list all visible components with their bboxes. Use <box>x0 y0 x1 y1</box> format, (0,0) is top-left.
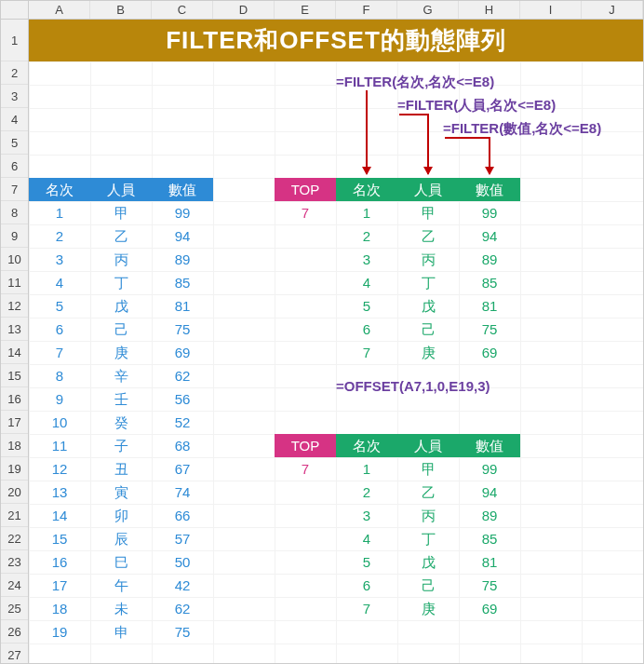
left-table-cell[interactable]: 57 <box>152 527 213 550</box>
offset-table-cell[interactable]: 戊 <box>397 550 459 574</box>
offset-table-header[interactable]: 名次 <box>336 434 397 457</box>
row-header[interactable]: 8 <box>1 201 28 224</box>
row-header[interactable]: 1 <box>1 20 28 61</box>
row-header[interactable]: 24 <box>1 574 28 597</box>
left-table-cell[interactable]: 94 <box>152 224 213 248</box>
left-table-cell[interactable]: 12 <box>29 457 90 481</box>
column-header[interactable]: I <box>520 1 582 19</box>
select-all-corner[interactable] <box>1 1 29 20</box>
row-header[interactable]: 27 <box>1 644 28 664</box>
filter-table-cell[interactable]: 甲 <box>397 201 459 224</box>
filter-table-cell[interactable]: 庚 <box>397 341 459 364</box>
filter-table-cell[interactable]: 6 <box>336 318 397 341</box>
row-header[interactable]: 26 <box>1 620 28 644</box>
column-header[interactable]: C <box>152 1 213 19</box>
offset-table-cell[interactable]: 乙 <box>397 481 459 504</box>
filter-table-cell[interactable]: 丙 <box>397 248 459 271</box>
left-table-cell[interactable]: 62 <box>152 597 213 620</box>
row-header[interactable]: 2 <box>1 61 28 85</box>
offset-table-cell[interactable]: 丙 <box>397 504 459 527</box>
filter-table-cell[interactable]: 戊 <box>397 294 459 318</box>
left-table-cell[interactable]: 10 <box>29 411 90 434</box>
left-table-cell[interactable]: 69 <box>152 341 213 364</box>
filter-table-cell[interactable]: 7 <box>336 341 397 364</box>
offset-table-cell[interactable]: 81 <box>459 550 520 574</box>
left-table-cell[interactable]: 19 <box>29 620 90 644</box>
row-header[interactable]: 13 <box>1 318 28 341</box>
offset-table-cell[interactable]: 庚 <box>397 597 459 620</box>
left-table-cell[interactable]: 2 <box>29 224 90 248</box>
offset-table-cell[interactable]: 甲 <box>397 457 459 481</box>
left-table-cell[interactable]: 9 <box>29 387 90 411</box>
row-header[interactable]: 25 <box>1 597 28 620</box>
filter-table-cell[interactable]: 94 <box>459 224 520 248</box>
left-table-cell[interactable]: 52 <box>152 411 213 434</box>
row-header[interactable]: 14 <box>1 341 28 364</box>
row-header[interactable]: 16 <box>1 387 28 411</box>
filter-table-cell[interactable]: 99 <box>459 201 520 224</box>
left-table-cell[interactable]: 壬 <box>90 387 152 411</box>
offset-table-cell[interactable]: 4 <box>336 527 397 550</box>
left-table-cell[interactable]: 11 <box>29 434 90 457</box>
row-header[interactable]: 23 <box>1 550 28 574</box>
row-header[interactable]: 4 <box>1 108 28 131</box>
filter-table-cell[interactable]: 89 <box>459 248 520 271</box>
left-table-cell[interactable]: 癸 <box>90 411 152 434</box>
left-table-cell[interactable]: 50 <box>152 550 213 574</box>
left-table-header[interactable]: 人員 <box>90 178 152 201</box>
left-table-cell[interactable]: 42 <box>152 574 213 597</box>
offset-table-cell[interactable]: 75 <box>459 574 520 597</box>
left-table-cell[interactable]: 辛 <box>90 364 152 387</box>
offset-top-label[interactable]: TOP <box>275 434 336 457</box>
left-table-cell[interactable]: 74 <box>152 481 213 504</box>
row-header[interactable]: 15 <box>1 364 28 387</box>
filter-table-cell[interactable]: 69 <box>459 341 520 364</box>
left-table-cell[interactable]: 子 <box>90 434 152 457</box>
offset-table-cell[interactable]: 85 <box>459 527 520 550</box>
left-table-cell[interactable]: 未 <box>90 597 152 620</box>
left-table-cell[interactable]: 15 <box>29 527 90 550</box>
row-header[interactable]: 9 <box>1 224 28 248</box>
filter-table-header[interactable]: 人員 <box>397 178 459 201</box>
left-table-cell[interactable]: 16 <box>29 550 90 574</box>
left-table-cell[interactable]: 乙 <box>90 224 152 248</box>
filter-table-cell[interactable]: 己 <box>397 318 459 341</box>
row-header[interactable]: 3 <box>1 85 28 108</box>
column-header[interactable]: B <box>90 1 152 19</box>
left-table-cell[interactable]: 午 <box>90 574 152 597</box>
filter-table-cell[interactable]: 2 <box>336 224 397 248</box>
left-table-cell[interactable]: 13 <box>29 481 90 504</box>
offset-table-cell[interactable]: 5 <box>336 550 397 574</box>
left-table-cell[interactable]: 7 <box>29 341 90 364</box>
row-header[interactable]: 22 <box>1 527 28 550</box>
filter-top-value[interactable]: 7 <box>275 201 336 224</box>
column-header[interactable]: E <box>275 1 336 19</box>
left-table-header[interactable]: 數值 <box>152 178 213 201</box>
filter-table-cell[interactable]: 75 <box>459 318 520 341</box>
left-table-cell[interactable]: 8 <box>29 364 90 387</box>
left-table-cell[interactable]: 1 <box>29 201 90 224</box>
left-table-cell[interactable]: 14 <box>29 504 90 527</box>
left-table-cell[interactable]: 巳 <box>90 550 152 574</box>
filter-table-cell[interactable]: 81 <box>459 294 520 318</box>
left-table-cell[interactable]: 4 <box>29 271 90 294</box>
left-table-cell[interactable]: 甲 <box>90 201 152 224</box>
offset-table-header[interactable]: 人員 <box>397 434 459 457</box>
left-table-cell[interactable]: 庚 <box>90 341 152 364</box>
filter-table-cell[interactable]: 85 <box>459 271 520 294</box>
column-header[interactable]: A <box>29 1 90 19</box>
left-table-cell[interactable]: 68 <box>152 434 213 457</box>
left-table-cell[interactable]: 丑 <box>90 457 152 481</box>
filter-table-cell[interactable]: 丁 <box>397 271 459 294</box>
filter-table-header[interactable]: 數值 <box>459 178 520 201</box>
left-table-cell[interactable]: 己 <box>90 318 152 341</box>
offset-table-cell[interactable]: 2 <box>336 481 397 504</box>
left-table-cell[interactable]: 67 <box>152 457 213 481</box>
filter-table-cell[interactable]: 5 <box>336 294 397 318</box>
offset-table-cell[interactable]: 1 <box>336 457 397 481</box>
left-table-cell[interactable]: 81 <box>152 294 213 318</box>
left-table-header[interactable]: 名次 <box>29 178 90 201</box>
left-table-cell[interactable]: 75 <box>152 620 213 644</box>
row-header[interactable]: 17 <box>1 411 28 434</box>
left-table-cell[interactable]: 卯 <box>90 504 152 527</box>
